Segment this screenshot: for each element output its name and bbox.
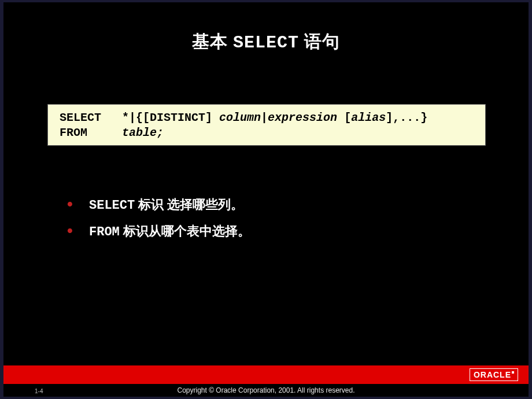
list-item: FROM 标识从哪个表中选择。: [67, 219, 250, 245]
code-pad: [87, 126, 122, 139]
bullet-keyword: SELECT: [89, 198, 135, 213]
syntax-code-box: SELECT *|{[DISTINCT] column|expression […: [47, 104, 486, 146]
slide: 基本 SELECT 语句 SELECT *|{[DISTINCT] column…: [3, 2, 529, 397]
bullet-keyword: FROM: [89, 225, 120, 239]
footer-red-band: [3, 365, 529, 384]
slide-title: 基本 SELECT 语句: [3, 2, 529, 54]
code-alias: alias: [351, 111, 386, 124]
bullet-list: SELECT 标识 选择哪些列。 FROM 标识从哪个表中选择。: [67, 192, 250, 245]
bullet-text: 标识从哪个表中选择。: [120, 224, 250, 238]
logo-text: ORACLE: [474, 370, 511, 379]
title-prefix: 基本: [192, 32, 233, 51]
code-expression: expression: [268, 111, 337, 124]
code-literal: *|{[DISTINCT]: [122, 111, 219, 124]
title-keyword: SELECT: [233, 33, 299, 53]
logo-dot-icon: [512, 371, 514, 374]
copyright-text: Copyright © Oracle Corporation, 2001. Al…: [3, 386, 529, 394]
code-literal: [: [337, 111, 351, 124]
bullet-text: 标识 选择哪些列。: [135, 197, 243, 212]
oracle-logo: ORACLE: [470, 368, 518, 381]
list-item: SELECT 标识 选择哪些列。: [67, 192, 250, 219]
code-column: column: [219, 111, 261, 124]
code-table: table;: [122, 126, 164, 139]
title-suffix: 语句: [299, 32, 340, 51]
code-pad: [101, 111, 122, 124]
code-select-kw: SELECT: [60, 111, 101, 124]
code-literal: |: [261, 111, 268, 124]
code-from-kw: FROM: [60, 126, 87, 139]
code-literal: ],...}: [386, 111, 427, 124]
